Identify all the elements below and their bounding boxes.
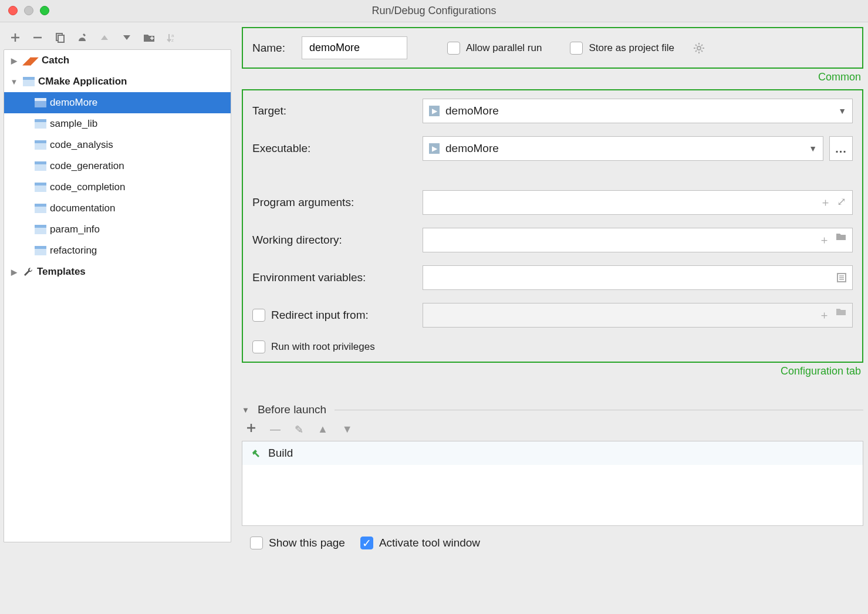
before-launch-section: ▼ Before launch — ✎ ▲ ▼ Build S: [242, 403, 863, 549]
run-target-icon: ▶: [429, 106, 440, 116]
app-icon: [35, 183, 46, 192]
checkbox-label: Activate tool window: [379, 537, 480, 549]
config-tree: ▶ ◢◤ Catch ▼ CMake Application demoMore …: [4, 49, 231, 542]
add-config-icon[interactable]: [9, 32, 21, 43]
tree-label: param_info: [50, 224, 100, 235]
add-task-icon[interactable]: [246, 423, 256, 436]
tree-item[interactable]: code_analysis: [4, 134, 231, 156]
target-dropdown[interactable]: ▶ demoMore ▼: [423, 99, 853, 123]
working-dir-input[interactable]: ＋: [423, 228, 853, 252]
move-down-icon[interactable]: ▼: [342, 423, 353, 436]
app-icon: [35, 140, 46, 150]
checkbox-label: Allow parallel run: [466, 42, 542, 54]
copy-config-icon[interactable]: [54, 32, 66, 43]
checkbox-checked-icon: ✓: [360, 537, 373, 549]
tree-item[interactable]: documentation: [4, 198, 231, 219]
wrench-icon: [23, 266, 33, 277]
env-vars-input[interactable]: [423, 265, 853, 290]
before-launch-item[interactable]: Build: [242, 441, 863, 465]
tree-item[interactable]: code_completion: [4, 177, 231, 198]
close-window-button[interactable]: [8, 6, 18, 15]
checkbox-icon: [252, 340, 265, 353]
redirect-input-checkbox[interactable]: Redirect input from:: [252, 309, 423, 322]
app-icon: [23, 77, 35, 86]
program-args-input[interactable]: ＋ ⤢: [423, 190, 853, 215]
config-toolbar: az: [4, 25, 231, 49]
folder-icon[interactable]: [143, 32, 155, 43]
tree-group-templates[interactable]: ▶ Templates: [4, 261, 231, 282]
zoom-window-button[interactable]: [40, 6, 49, 15]
list-icon[interactable]: [837, 273, 846, 282]
svg-rect-8: [35, 119, 46, 122]
window-controls: [8, 6, 49, 15]
args-label: Program arguments:: [252, 196, 423, 209]
minimize-window-button[interactable]: [24, 6, 33, 15]
remove-config-icon[interactable]: [32, 32, 43, 43]
right-panel: Name: Allow parallel run Store as projec…: [231, 22, 868, 614]
svg-rect-13: [35, 164, 46, 171]
run-target-icon: ▶: [429, 143, 440, 154]
executable-browse-button[interactable]: ...: [829, 136, 853, 161]
svg-rect-19: [35, 228, 46, 234]
tree-label: demoMore: [50, 97, 97, 109]
move-up-icon[interactable]: [99, 32, 110, 43]
tree-item[interactable]: param_info: [4, 219, 231, 240]
svg-rect-4: [23, 77, 35, 80]
svg-rect-9: [35, 122, 46, 129]
show-this-page-checkbox[interactable]: Show this page: [250, 537, 345, 549]
allow-parallel-checkbox[interactable]: Allow parallel run: [447, 42, 542, 55]
config-name-input[interactable]: [302, 36, 407, 59]
app-icon: [35, 204, 46, 213]
redirect-input-field: ＋: [423, 303, 853, 328]
expand-icon[interactable]: ⤢: [837, 195, 846, 210]
task-label: Build: [268, 447, 293, 460]
executable-value: demoMore: [445, 142, 499, 155]
tree-label: sample_lib: [50, 118, 97, 130]
move-down-icon[interactable]: [121, 32, 133, 43]
insert-macro-icon[interactable]: ＋: [820, 195, 831, 210]
gear-icon[interactable]: [693, 42, 705, 54]
app-icon: [35, 161, 46, 171]
checkbox-label: Redirect input from:: [271, 309, 369, 322]
insert-macro-icon[interactable]: ＋: [819, 232, 830, 248]
tree-item-demomore[interactable]: demoMore: [4, 92, 231, 113]
folder-open-icon[interactable]: [836, 232, 846, 248]
chevron-down-icon: ▼: [9, 77, 19, 86]
tree-item[interactable]: code_generation: [4, 156, 231, 177]
tree-label: documentation: [50, 203, 116, 214]
svg-rect-15: [35, 185, 46, 192]
edit-task-icon[interactable]: ✎: [295, 423, 303, 436]
chevron-down-icon: ▼: [838, 106, 846, 116]
remove-task-icon[interactable]: —: [270, 423, 281, 436]
move-up-icon[interactable]: ▲: [318, 423, 328, 436]
tree-label: code_analysis: [50, 139, 113, 151]
checkbox-icon: [252, 309, 265, 322]
tree-group-catch[interactable]: ▶ ◢◤ Catch: [4, 50, 231, 71]
svg-rect-14: [35, 183, 46, 185]
svg-point-22: [697, 46, 701, 50]
executable-dropdown[interactable]: ▶ demoMore ▼: [423, 136, 823, 161]
target-value: demoMore: [445, 104, 499, 117]
checkbox-icon: [447, 42, 460, 55]
app-icon: [35, 246, 46, 255]
tree-item[interactable]: refactoring: [4, 240, 231, 261]
divider: [335, 410, 863, 410]
tree-group-cmake[interactable]: ▼ CMake Application: [4, 71, 231, 92]
collapse-icon[interactable]: ▼: [242, 406, 249, 414]
titlebar: Run/Debug Configurations: [0, 0, 868, 22]
common-caption: Common: [242, 69, 863, 89]
before-launch-toolbar: — ✎ ▲ ▼: [242, 416, 863, 441]
svg-rect-18: [35, 225, 46, 228]
checkbox-icon: [570, 42, 583, 55]
edit-defaults-icon[interactable]: [76, 32, 88, 43]
sort-icon[interactable]: az: [166, 32, 177, 43]
insert-macro-icon: ＋: [819, 308, 830, 323]
app-icon: [35, 225, 46, 234]
svg-rect-7: [35, 101, 46, 107]
tree-item[interactable]: sample_lib: [4, 113, 231, 134]
activate-tool-window-checkbox[interactable]: ✓ Activate tool window: [360, 537, 480, 549]
store-project-checkbox[interactable]: Store as project file: [570, 42, 674, 55]
tree-label: Templates: [37, 266, 86, 278]
catch-icon: ◢◤: [23, 55, 38, 67]
root-privileges-checkbox[interactable]: Run with root privileges: [252, 340, 853, 353]
